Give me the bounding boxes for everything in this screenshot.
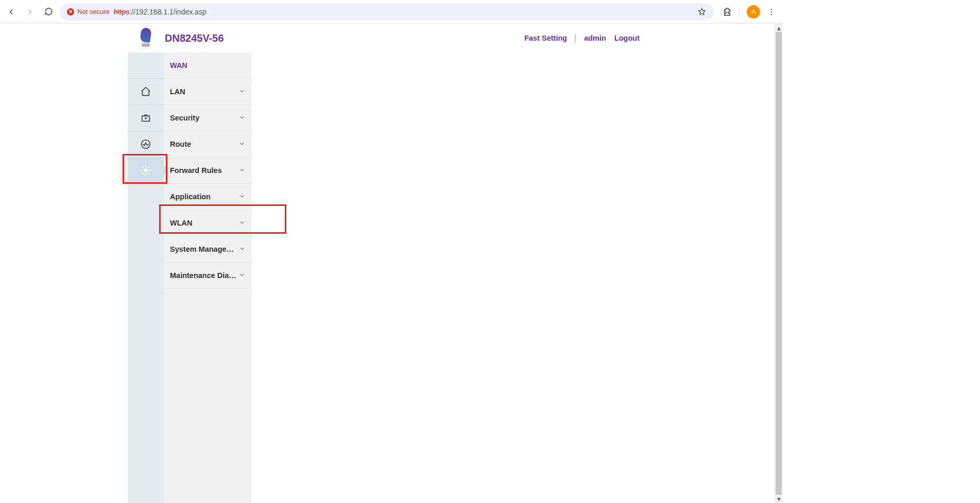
menu-route[interactable]: Route [164, 131, 252, 158]
chevron-down-icon [238, 114, 246, 123]
content-area [252, 53, 645, 503]
menu-column: WAN LAN Security Route Fo [164, 53, 252, 503]
chevron-down-icon [238, 140, 246, 149]
page-content: we DN8245V-56 Fast Setting admin Logout [0, 24, 775, 503]
chevron-down-icon [238, 166, 246, 175]
menu-wlan[interactable]: WLAN [164, 210, 252, 236]
flame-icon [140, 27, 152, 43]
svg-point-1 [771, 11, 772, 12]
fast-setting-link[interactable]: Fast Setting [524, 34, 567, 42]
menu-application[interactable]: Application [164, 184, 252, 210]
menu-lan[interactable]: LAN [164, 79, 252, 105]
chevron-down-icon [238, 193, 246, 201]
rail-settings[interactable] [128, 158, 164, 184]
router-header: we DN8245V-56 Fast Setting admin Logout [128, 24, 645, 53]
not-secure-badge[interactable]: ✕ Not secure [67, 8, 110, 15]
menu-maintenance-diagno[interactable]: Maintenance Diagno [164, 263, 252, 289]
vertical-scrollbar[interactable]: ▴ ▾ [775, 24, 783, 503]
admin-link[interactable]: admin [584, 34, 606, 42]
chevron-down-icon [238, 271, 246, 280]
scroll-down-icon[interactable]: ▾ [775, 495, 783, 503]
svg-point-4 [142, 140, 150, 149]
extensions-icon[interactable] [723, 7, 732, 16]
menu-system-management[interactable]: System Management [164, 236, 252, 263]
menu-forward-rules[interactable]: Forward Rules [164, 158, 252, 184]
scrollbar-thumb[interactable] [776, 32, 782, 495]
separator [739, 7, 740, 17]
profile-avatar[interactable]: A [747, 5, 760, 19]
brand-logo: we [128, 24, 164, 53]
warning-icon: ✕ [67, 8, 74, 15]
chevron-down-icon [238, 88, 246, 96]
device-model: DN8245V-56 [165, 32, 224, 44]
svg-point-0 [771, 9, 772, 10]
rail-toolbox[interactable] [128, 105, 164, 131]
rail-spacer [128, 53, 164, 79]
url-text: https://192.168.1.1/index.asp [114, 8, 207, 16]
rail-monitor[interactable] [128, 131, 164, 158]
icon-rail [128, 53, 164, 503]
chevron-down-icon [238, 245, 246, 254]
menu-security[interactable]: Security [164, 105, 252, 131]
svg-point-2 [771, 13, 772, 14]
address-bar[interactable]: ✕ Not secure https://192.168.1.1/index.a… [60, 3, 714, 21]
svg-point-5 [144, 169, 147, 172]
scroll-up-icon[interactable]: ▴ [775, 24, 783, 32]
browser-toolbar: ✕ Not secure https://192.168.1.1/index.a… [0, 0, 783, 24]
back-button[interactable] [4, 5, 19, 19]
reload-button[interactable] [41, 5, 56, 19]
menu-wan[interactable]: WAN [164, 53, 252, 79]
header-links: Fast Setting admin Logout [524, 34, 640, 42]
forward-button[interactable] [23, 5, 37, 19]
chevron-down-icon [238, 219, 246, 228]
separator [575, 34, 576, 42]
not-secure-label: Not secure [77, 8, 110, 15]
bookmark-star-icon[interactable] [697, 7, 707, 16]
logout-link[interactable]: Logout [614, 34, 640, 42]
browser-menu-icon[interactable] [767, 8, 776, 16]
rail-home[interactable] [128, 79, 164, 105]
